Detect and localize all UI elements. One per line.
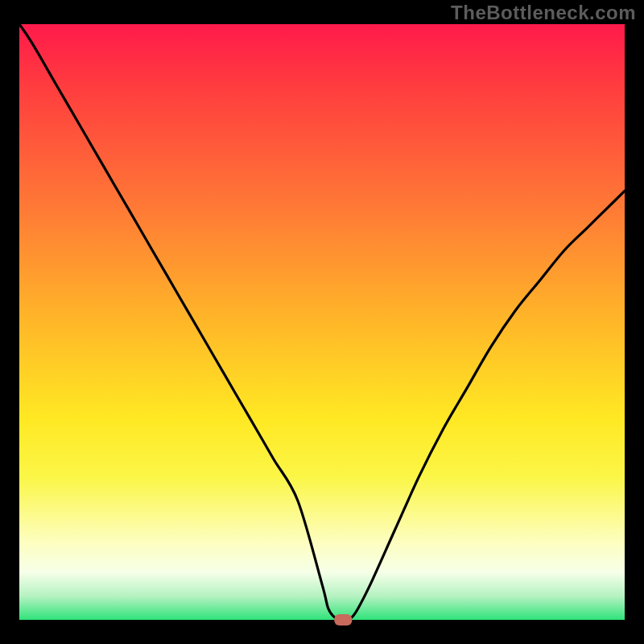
chart-frame: TheBottleneck.com [0, 0, 644, 644]
bottleneck-curve [19, 24, 625, 620]
min-marker [334, 614, 352, 625]
watermark-label: TheBottleneck.com [451, 2, 636, 24]
plot-area [19, 24, 625, 620]
curve-svg [19, 24, 625, 620]
